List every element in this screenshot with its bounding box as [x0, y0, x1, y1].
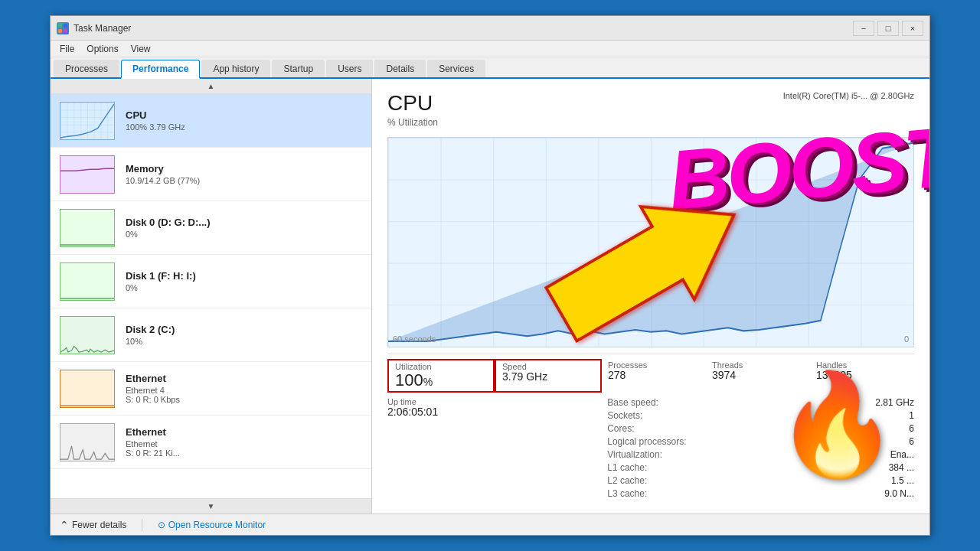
ethernet-thumbnail — [60, 423, 115, 461]
base-speed-row: Base speed: 2.81 GHz — [607, 397, 914, 408]
tab-performance[interactable]: Performance — [121, 60, 200, 79]
logical-label: Logical processors: — [607, 436, 686, 447]
processes-value: 278 — [608, 370, 700, 381]
sidebar-item-disk0[interactable]: Disk 0 (D: G: D:...) 0% — [51, 201, 371, 255]
detail-subtitle: % Utilization — [387, 117, 438, 128]
memory-sub: 10.9/14.2 GB (77%) — [126, 176, 362, 185]
sidebar-scroll[interactable]: CPU 100% 3.79 GHz Memory 10.9/14.2 G — [51, 94, 371, 498]
window-controls: − □ × — [853, 21, 923, 36]
sidebar-item-cpu[interactable]: CPU 100% 3.79 GHz — [51, 94, 371, 148]
l3-value: 9.0 N... — [884, 488, 914, 499]
threads-value: 3974 — [712, 370, 804, 381]
tab-details[interactable]: Details — [374, 60, 426, 77]
detail-panel: CPU % Utilization Intel(R) Core(TM) i5-.… — [372, 79, 929, 514]
logical-value: 6 — [909, 436, 914, 447]
l1-row: L1 cache: 384 ... — [607, 462, 914, 473]
ethernet-name: Ethernet — [126, 426, 362, 438]
cpu-graph: 100 0 60 seconds — [387, 137, 914, 347]
threads-stat: Threads 3974 — [706, 360, 810, 391]
footer-divider — [142, 519, 142, 531]
sockets-row: Sockets: 1 — [607, 410, 914, 421]
utilization-unit: % — [423, 376, 433, 388]
task-manager-window: Task Manager − □ × File Options View Pro… — [50, 15, 930, 536]
tab-processes[interactable]: Processes — [54, 60, 119, 77]
cores-value: 6 — [909, 423, 914, 434]
cores-row: Cores: 6 — [607, 423, 914, 434]
svg-rect-11 — [60, 317, 114, 354]
menu-bar: File Options View — [51, 41, 929, 57]
processes-label: Processes — [608, 360, 700, 370]
stats-bottom: Up time 2:06:05:01 Base speed: 2.81 GHz … — [387, 397, 914, 501]
svg-rect-2 — [58, 29, 62, 33]
virtualization-label: Virtualization: — [607, 449, 662, 460]
svg-rect-7 — [60, 210, 114, 246]
tab-users[interactable]: Users — [326, 60, 373, 77]
tab-startup[interactable]: Startup — [272, 60, 325, 77]
utilization-value: 100% — [395, 371, 487, 390]
disk1-sub: 0% — [126, 283, 362, 292]
threads-label: Threads — [712, 360, 804, 370]
cpu-info: CPU 100% 3.79 GHz — [126, 109, 362, 132]
sidebar: ▲ — [51, 79, 372, 514]
graph-bottom-label: 0 — [904, 334, 909, 344]
virtualization-row: Virtualization: Ena... — [607, 449, 914, 460]
footer: ⌃ Fewer details ⊙ Open Resource Monitor — [51, 514, 929, 535]
ethernet-sub2: S: 0 R: 21 Ki... — [126, 448, 362, 458]
ethernet4-name: Ethernet — [126, 373, 362, 384]
close-button[interactable]: × — [902, 21, 923, 36]
speed-value: 3.79 GHz — [502, 371, 594, 383]
open-resource-monitor-link[interactable]: ⊙ Open Resource Monitor — [158, 520, 266, 530]
l2-label: L2 cache: — [607, 475, 647, 486]
disk1-info: Disk 1 (F: H: I:) 0% — [126, 270, 362, 292]
disk2-name: Disk 2 (C:) — [126, 324, 362, 335]
sidebar-item-disk2[interactable]: Disk 2 (C:) 10% — [51, 308, 371, 362]
menu-file[interactable]: File — [54, 42, 80, 56]
ethernet4-thumbnail — [60, 370, 115, 408]
graph-top-label: 100 — [895, 141, 909, 150]
l1-label: L1 cache: — [607, 462, 647, 473]
sockets-value: 1 — [909, 410, 914, 421]
sidebar-item-memory[interactable]: Memory 10.9/14.2 GB (77%) — [51, 148, 371, 201]
window-title: Task Manager — [74, 23, 853, 34]
ethernet4-sub2: S: 0 R: 0 Kbps — [126, 395, 362, 404]
system-info: Base speed: 2.81 GHz Sockets: 1 Cores: 6… — [607, 397, 914, 501]
cpu-sub: 100% 3.79 GHz — [126, 122, 362, 132]
resource-monitor-icon: ⊙ — [158, 520, 165, 530]
disk2-thumbnail — [60, 316, 115, 354]
svg-rect-0 — [58, 24, 62, 28]
tab-services[interactable]: Services — [427, 60, 485, 77]
fewer-details-button[interactable]: ⌃ Fewer details — [60, 519, 126, 531]
l2-row: L2 cache: 1.5 ... — [607, 475, 914, 486]
title-bar: Task Manager − □ × — [51, 16, 929, 41]
handles-stat: Handles 137005 — [810, 360, 914, 391]
memory-name: Memory — [126, 163, 362, 174]
memory-thumbnail — [60, 155, 115, 194]
ethernet-info: Ethernet Ethernet S: 0 R: 21 Ki... — [126, 426, 362, 458]
disk1-name: Disk 1 (F: H: I:) — [126, 270, 362, 282]
tab-apphistory[interactable]: App history — [201, 60, 270, 77]
processes-stat: Processes 278 — [602, 360, 706, 391]
uptime-section: Up time 2:06:05:01 — [387, 397, 592, 501]
tab-bar: Processes Performance App history Startu… — [51, 57, 929, 79]
memory-info: Memory 10.9/14.2 GB (77%) — [126, 163, 362, 185]
sidebar-item-disk1[interactable]: Disk 1 (F: H: I:) 0% — [51, 255, 371, 308]
sidebar-item-ethernet4[interactable]: Ethernet Ethernet 4 S: 0 R: 0 Kbps — [51, 362, 371, 416]
l3-row: L3 cache: 9.0 N... — [607, 488, 914, 499]
svg-rect-3 — [64, 29, 67, 33]
cpu-thumbnail — [60, 102, 115, 140]
sidebar-item-ethernet[interactable]: Ethernet Ethernet S: 0 R: 21 Ki... — [51, 416, 371, 469]
menu-options[interactable]: Options — [80, 42, 124, 56]
disk2-sub: 10% — [126, 337, 362, 346]
maximize-button[interactable]: □ — [877, 21, 899, 36]
fewer-details-label: Fewer details — [72, 520, 126, 530]
scroll-down-arrow[interactable]: ▼ — [51, 498, 371, 514]
main-content: ▲ — [51, 79, 929, 514]
handles-value: 137005 — [816, 370, 908, 381]
uptime-value: 2:06:05:01 — [387, 406, 592, 418]
l3-label: L3 cache: — [607, 488, 647, 499]
scroll-up-arrow[interactable]: ▲ — [51, 79, 371, 94]
svg-rect-9 — [60, 263, 114, 300]
minimize-button[interactable]: − — [853, 21, 874, 36]
menu-view[interactable]: View — [125, 42, 157, 56]
stats-row: Utilization 100% Speed 3.79 GHz Processe… — [387, 354, 914, 391]
